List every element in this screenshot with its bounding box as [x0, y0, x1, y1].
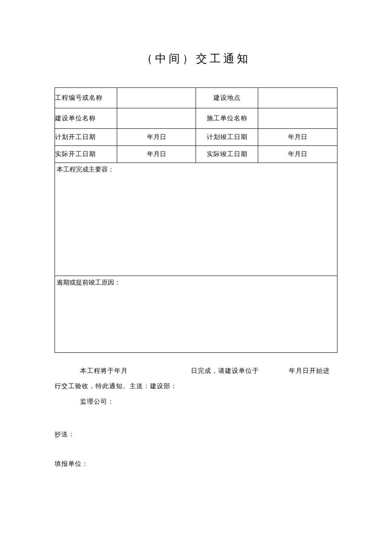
- body-seg-2: 日完成，请建设单位于: [191, 363, 289, 378]
- body-seg-1: 本工程将于年月: [80, 363, 191, 378]
- value-project-id: [117, 88, 196, 108]
- page-container: （中间）交工通知 工程编号或名称 建设地点 建设单位名称 施工单位名称 计划开工…: [0, 0, 392, 468]
- table-row: 计划开工日期 年月日 计划竣工日期 年月日: [55, 129, 337, 146]
- value-planned-end: 年月日: [258, 129, 337, 146]
- body-text: 本工程将于年月 日完成，请建设单位于 年月日开始进 行交工验收，特此通知。主送：…: [55, 363, 337, 409]
- label-planned-start: 计划开工日期: [55, 129, 117, 146]
- body-line-1: 本工程将于年月 日完成，请建设单位于 年月日开始进: [55, 363, 337, 378]
- value-owner-unit: [117, 108, 196, 129]
- label-location: 建设地点: [196, 88, 258, 108]
- section-completion-content: 本工程完成主要容：: [55, 163, 337, 276]
- value-actual-start: 年月日: [117, 146, 196, 163]
- value-location: [258, 88, 337, 108]
- table-row: 工程编号或名称 建设地点: [55, 88, 337, 108]
- value-actual-end: 年月日: [258, 146, 337, 163]
- section-delay-reason: 逾期或提前竣工原因：: [55, 276, 337, 353]
- table-row: 本工程完成主要容：: [55, 163, 337, 276]
- body-line-3: 监理公司：: [55, 394, 337, 409]
- reporter-label: 填报单位：: [55, 460, 337, 468]
- label-actual-start: 实际开工日期: [55, 146, 117, 163]
- form-table: 工程编号或名称 建设地点 建设单位名称 施工单位名称 计划开工日期 年月日 计划…: [55, 87, 337, 353]
- label-actual-end: 实际竣工日期: [196, 146, 258, 163]
- document-title: （中间）交工通知: [55, 51, 337, 66]
- label-construction-unit: 施工单位名称: [196, 108, 258, 129]
- label-owner-unit: 建设单位名称: [55, 108, 117, 129]
- label-planned-end: 计划竣工日期: [196, 129, 258, 146]
- label-project-id: 工程编号或名称: [55, 88, 117, 108]
- table-row: 建设单位名称 施工单位名称: [55, 108, 337, 129]
- body-line-2: 行交工验收，特此通知。主送：建设部：: [55, 378, 337, 394]
- value-construction-unit: [258, 108, 337, 129]
- table-row: 逾期或提前竣工原因：: [55, 276, 337, 353]
- value-planned-start: 年月日: [117, 129, 196, 146]
- cc-label: 抄送：: [55, 430, 337, 439]
- body-seg-3: 年月日开始进: [289, 363, 337, 378]
- table-row: 实际开工日期 年月日 实际竣工日期 年月日: [55, 146, 337, 163]
